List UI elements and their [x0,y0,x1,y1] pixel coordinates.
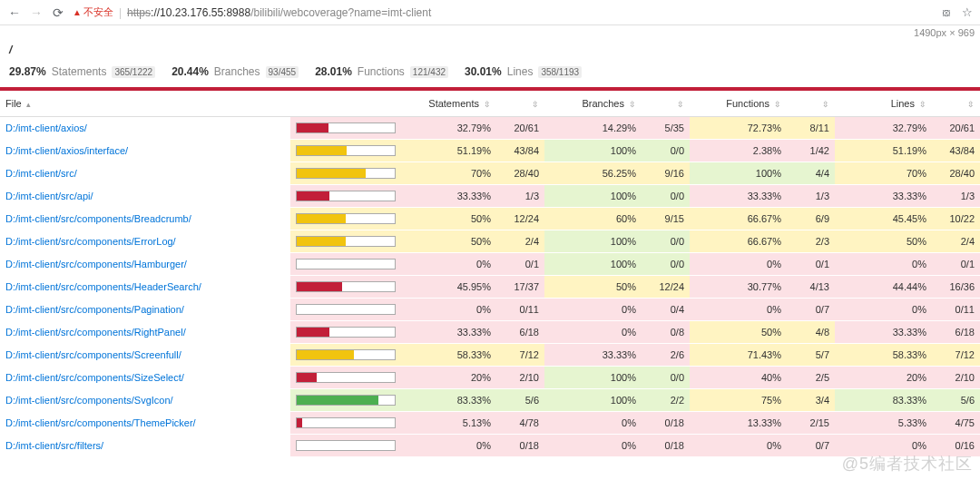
summary-pct: 20.44% [172,65,209,78]
col-branches[interactable]: Branches ⇳ [544,91,642,117]
statements-frac: 2/4 [496,230,544,253]
lines-pct: 50% [835,230,932,253]
file-cell: D:/imt-client/src/components/Breadcrumb/ [0,208,290,230]
coverage-bar [296,145,396,156]
sort-icon: ⇳ [967,100,975,109]
branches-pct: 100% [544,389,642,412]
lines-pct: 20% [835,367,932,389]
statements-pct: 0% [399,253,496,276]
table-row: D:/imt-client/src/components/SvgIcon/83.… [0,389,980,412]
col-functions-frac[interactable]: ⇳ [787,91,835,117]
coverage-bar [296,236,396,247]
table-row: D:/imt-client/src/components/HeaderSearc… [0,276,980,299]
functions-frac: 2/5 [787,367,835,389]
file-link[interactable]: D:/imt-client/src/filters/ [5,440,103,451]
file-link[interactable]: D:/imt-client/src/ [5,168,77,179]
summary-frac: 358/1193 [538,66,582,78]
branches-pct: 0% [544,299,642,321]
coverage-bar [296,213,396,224]
browser-toolbar: ← → ⟳ 不安全 | https://10.23.176.55:8988/bi… [0,0,980,25]
lines-frac: 16/36 [932,276,980,299]
statements-frac: 5/6 [496,389,544,412]
lines-frac: 10/22 [932,208,980,230]
functions-pct: 0% [690,435,787,457]
lines-frac: 0/11 [932,299,980,321]
address-bar[interactable]: 不安全 | https://10.23.176.55:8988/bilibili… [73,5,934,19]
statements-pct: 33.33% [399,185,496,208]
file-link[interactable]: D:/imt-client/src/components/SvgIcon/ [5,395,173,406]
branches-frac: 2/6 [642,344,690,367]
col-branches-frac[interactable]: ⇳ [642,91,690,117]
file-link[interactable]: D:/imt-client/axios/ [5,122,87,133]
file-link[interactable]: D:/imt-client/src/components/SizeSelect/ [5,372,184,383]
forward-button[interactable]: → [29,5,44,20]
file-cell: D:/imt-client/src/components/RightPanel/ [0,321,290,344]
lines-pct: 0% [835,435,932,457]
branches-frac: 0/0 [642,367,690,389]
lines-frac: 0/16 [932,435,980,457]
file-link[interactable]: D:/imt-client/src/api/ [5,191,93,201]
file-link[interactable]: D:/imt-client/axios/interface/ [5,145,128,156]
insecure-badge: 不安全 [73,5,113,19]
sort-icon: ⇳ [629,100,636,109]
statements-frac: 12/24 [496,208,544,230]
reload-button[interactable]: ⟳ [51,5,65,20]
col-statements[interactable]: Statements ⇳ [399,91,496,117]
file-link[interactable]: D:/imt-client/src/components/Pagination/ [5,304,184,315]
file-link[interactable]: D:/imt-client/src/components/RightPanel/ [5,327,186,338]
file-cell: D:/imt-client/axios/interface/ [0,140,290,162]
file-link[interactable]: D:/imt-client/src/components/Breadcrumb/ [5,213,191,224]
bar-cell [290,435,399,457]
functions-pct: 50% [690,321,787,344]
file-cell: D:/imt-client/axios/ [0,117,290,140]
branches-pct: 33.33% [544,344,642,367]
branches-pct: 14.29% [544,117,642,140]
table-row: D:/imt-client/src/components/ErrorLog/50… [0,230,980,253]
file-cell: D:/imt-client/src/filters/ [0,435,290,457]
summary-pct: 28.01% [315,65,352,78]
functions-frac: 5/7 [787,344,835,367]
bar-cell [290,253,399,276]
functions-pct: 33.33% [690,185,787,208]
summary-frac: 93/455 [266,66,299,78]
file-link[interactable]: D:/imt-client/src/components/ThemePicker… [5,417,196,428]
bar-cell [290,140,399,162]
col-lines-frac[interactable]: ⇳ [932,91,980,117]
statements-pct: 70% [399,162,496,185]
coverage-bar [296,122,396,133]
statements-pct: 33.33% [399,321,496,344]
functions-frac: 0/7 [787,299,835,321]
file-link[interactable]: D:/imt-client/src/components/Screenfull/ [5,349,181,360]
coverage-bar [296,304,396,315]
branches-pct: 60% [544,208,642,230]
functions-frac: 1/3 [787,185,835,208]
file-cell: D:/imt-client/src/components/SizeSelect/ [0,367,290,389]
bar-cell [290,230,399,253]
col-lines[interactable]: Lines ⇳ [835,91,932,117]
sort-icon: ⇳ [532,100,539,109]
file-link[interactable]: D:/imt-client/src/components/ErrorLog/ [5,236,176,247]
functions-pct: 0% [690,299,787,321]
branches-frac: 9/16 [642,162,690,185]
branches-pct: 100% [544,230,642,253]
file-cell: D:/imt-client/src/components/ErrorLog/ [0,230,290,253]
file-link[interactable]: D:/imt-client/src/components/HeaderSearc… [5,281,201,292]
col-statements-frac[interactable]: ⇳ [496,91,544,117]
bookmark-star-icon[interactable]: ☆ [962,5,973,19]
functions-frac: 6/9 [787,208,835,230]
translate-icon[interactable]: ⦻ [941,5,953,19]
lines-pct: 58.33% [835,344,932,367]
coverage-bar [296,372,396,383]
col-file[interactable]: File ▴ [0,91,290,117]
statements-pct: 5.13% [399,412,496,435]
statements-pct: 50% [399,208,496,230]
back-button[interactable]: ← [7,5,22,20]
file-link[interactable]: D:/imt-client/src/components/Hamburger/ [5,259,187,269]
table-row: D:/imt-client/src/70%28/4056.25%9/16100%… [0,162,980,185]
functions-frac: 2/15 [787,412,835,435]
lines-frac: 6/18 [932,321,980,344]
statements-frac: 0/1 [496,253,544,276]
lines-frac: 7/12 [932,344,980,367]
col-functions[interactable]: Functions ⇳ [690,91,787,117]
branches-frac: 0/8 [642,321,690,344]
